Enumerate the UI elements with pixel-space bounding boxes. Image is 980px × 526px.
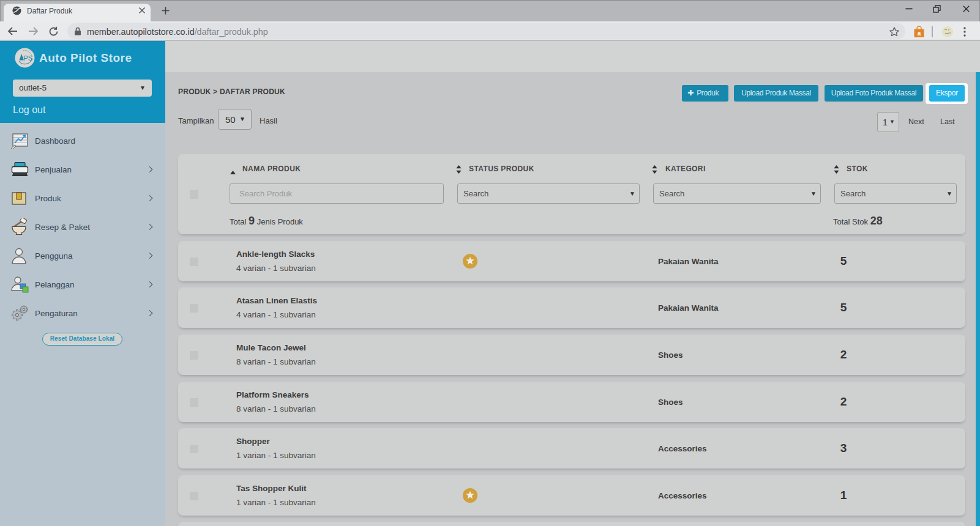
svg-text:a: a [918, 30, 921, 37]
